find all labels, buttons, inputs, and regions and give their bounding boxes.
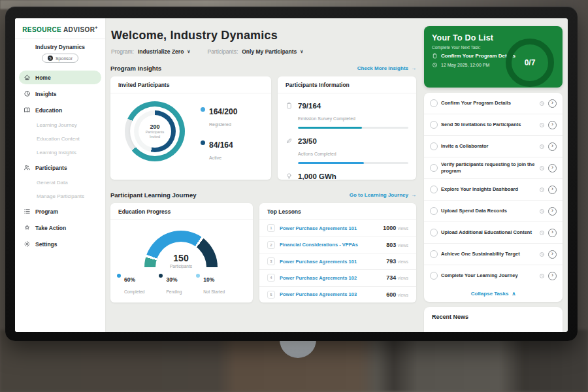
lesson-link[interactable]: Power Purchase Agreements 103 — [280, 291, 382, 297]
invited-donut-chart: 200 Participants Invited — [125, 101, 185, 161]
task-checkbox[interactable] — [430, 99, 438, 107]
stat-value: 1,000 GWh — [298, 172, 336, 180]
collapse-tasks-link[interactable]: Collapse Tasks ∧ — [424, 286, 563, 302]
sidebar-item-general-data[interactable]: General Data — [19, 177, 101, 188]
task-checkbox[interactable] — [430, 164, 438, 172]
sidebar-item-program[interactable]: Program — [19, 204, 101, 218]
participants-filter-value: Only My Participants — [242, 48, 297, 55]
go-to-learning-journey-link[interactable]: Go to Learning Journey → — [350, 192, 416, 198]
photo-scene: RESOURCE ADVISOR+ Industry Dynamics S Sp… — [0, 0, 588, 392]
sidebar-item-take-action[interactable]: Take Action — [19, 221, 101, 235]
todo-hero-card: Your To Do List Complete Your Next Task:… — [424, 26, 563, 88]
task-row-upload-educational-content[interactable]: Upload Additional Educational Content › — [424, 222, 563, 244]
views-word: views — [398, 293, 408, 297]
task-label: Confirm Your Program Details — [441, 100, 536, 106]
task-chevron-button[interactable]: › — [548, 99, 557, 108]
task-row-explore-insights[interactable]: Explore Your Insights Dashboard › — [424, 179, 563, 201]
lesson-row[interactable]: 3 Power Purchase Agreements 101 793 view… — [259, 253, 416, 270]
sidebar-item-settings[interactable]: Settings — [19, 237, 101, 251]
lesson-views: 600 — [386, 291, 396, 298]
legend-dot — [117, 274, 121, 278]
task-checkbox[interactable] — [430, 207, 438, 215]
task-chevron-button[interactable]: › — [548, 142, 557, 151]
sidebar-item-home[interactable]: Home — [19, 71, 101, 84]
sidebar-item-education[interactable]: Education — [19, 103, 101, 117]
legend-label: Pending — [166, 289, 182, 294]
legend-dot — [201, 140, 205, 145]
arrow-right-icon: → — [411, 192, 416, 198]
legend-label: Completed — [124, 289, 144, 294]
program-filter-select[interactable]: Industrialize Zero ∨ — [138, 48, 191, 55]
task-chevron-button[interactable]: › — [548, 207, 557, 216]
gauge-center-label: Participants — [144, 264, 218, 269]
task-chevron-button[interactable]: › — [548, 186, 557, 194]
sidebar-item-label: Insights — [35, 91, 57, 97]
legend-value: 30% — [166, 276, 177, 283]
participants-filter-label: Participants: — [207, 48, 238, 55]
todo-title: Your To Do List — [424, 26, 563, 42]
home-icon — [24, 74, 31, 81]
task-checkbox[interactable] — [430, 272, 438, 280]
monitor-bezel: RESOURCE ADVISOR+ Industry Dynamics S Sp… — [5, 7, 578, 341]
task-checkbox[interactable] — [430, 229, 438, 237]
task-row-complete-learning-journey[interactable]: Complete Your Learning Journey › — [424, 265, 563, 286]
legend-label: Registered — [209, 122, 231, 127]
task-chevron-button[interactable]: › — [548, 229, 557, 237]
sidebar-item-education-content[interactable]: Education Content — [19, 133, 101, 144]
recent-news-title: Recent News — [424, 307, 563, 327]
sidebar-item-learning-journey[interactable]: Learning Journey — [19, 120, 101, 131]
sidebar-item-learning-insights[interactable]: Learning Insights — [19, 147, 101, 158]
task-row-verify-participants[interactable]: Verify participants requesting to join t… — [424, 157, 563, 179]
lesson-rank: 5 — [267, 291, 275, 299]
task-chevron-button[interactable]: › — [548, 164, 557, 172]
legend-dot — [201, 107, 205, 112]
task-row-achieve-target[interactable]: Achieve One Sustainability Target › — [424, 244, 563, 265]
participants-filter-select[interactable]: Only My Participants ∨ — [242, 48, 303, 55]
clock-icon — [539, 187, 545, 193]
task-chevron-button[interactable]: › — [548, 121, 557, 129]
program-filter-value: Industrialize Zero — [138, 48, 184, 55]
sponsor-badge[interactable]: S Sponsor — [42, 54, 78, 63]
donut-center-line1: Participants — [146, 130, 165, 134]
lesson-row[interactable]: 5 Power Purchase Agreements 103 600 view… — [259, 287, 416, 302]
stat-label: Emission Survey Completed — [298, 116, 355, 121]
collapse-label: Collapse Tasks — [471, 291, 509, 297]
clock-icon — [539, 273, 545, 279]
task-checkbox[interactable] — [430, 121, 438, 129]
sidebar-item-manage-participants[interactable]: Manage Participants — [19, 191, 101, 202]
task-row-send-invitations[interactable]: Send 50 Invitations to Participants › — [424, 114, 563, 136]
chevron-right-icon: › — [551, 143, 553, 149]
program-filter-label: Program: — [111, 48, 134, 55]
lesson-row[interactable]: 1 Power Purchase Agreements 101 1000 vie… — [259, 220, 416, 237]
main-content: Welcome, Industry Dynamics Program: Indu… — [105, 18, 423, 332]
lesson-row[interactable]: 2 Financial Considerations - VPPAs 803 v… — [259, 237, 416, 253]
sidebar-item-label: Manage Participants — [37, 193, 84, 199]
lesson-link[interactable]: Power Purchase Agreements 101 — [280, 259, 382, 265]
clipboard-icon — [286, 102, 293, 109]
task-checkbox[interactable] — [430, 186, 438, 193]
program-insights-header: Program Insights Check More Insights → — [110, 65, 416, 72]
lesson-link[interactable]: Financial Considerations - VPPAs — [280, 242, 382, 248]
task-row-invite-collaborator[interactable]: Invite a Collaborator › — [424, 136, 563, 157]
sidebar-item-label: Learning Insights — [37, 150, 76, 155]
task-row-confirm-program[interactable]: Confirm Your Program Details › — [424, 93, 563, 114]
lesson-views: 793 — [386, 258, 396, 265]
link-label: Go to Learning Journey — [350, 192, 408, 198]
sidebar-item-participants[interactable]: Participants — [19, 161, 101, 174]
task-chevron-button[interactable]: › — [548, 272, 557, 280]
clock-icon — [539, 252, 545, 257]
lesson-row[interactable]: 4 Power Purchase Agreements 102 734 view… — [259, 270, 416, 286]
stat-value: 23/50 — [298, 137, 317, 145]
task-checkbox[interactable] — [430, 142, 438, 150]
views-word: views — [398, 226, 408, 231]
lesson-link[interactable]: Power Purchase Agreements 101 — [280, 225, 378, 231]
task-row-upload-spend-data[interactable]: Upload Spend Data Records › — [424, 201, 563, 222]
clipboard-icon — [432, 53, 438, 59]
sidebar-item-insights[interactable]: Insights — [19, 87, 101, 101]
task-label: Upload Spend Data Records — [441, 208, 536, 214]
link-label: Check More Insights — [357, 65, 408, 71]
task-chevron-button[interactable]: › — [548, 250, 557, 259]
lesson-link[interactable]: Power Purchase Agreements 102 — [280, 275, 382, 281]
check-more-insights-link[interactable]: Check More Insights → — [357, 65, 416, 71]
task-checkbox[interactable] — [430, 250, 438, 258]
